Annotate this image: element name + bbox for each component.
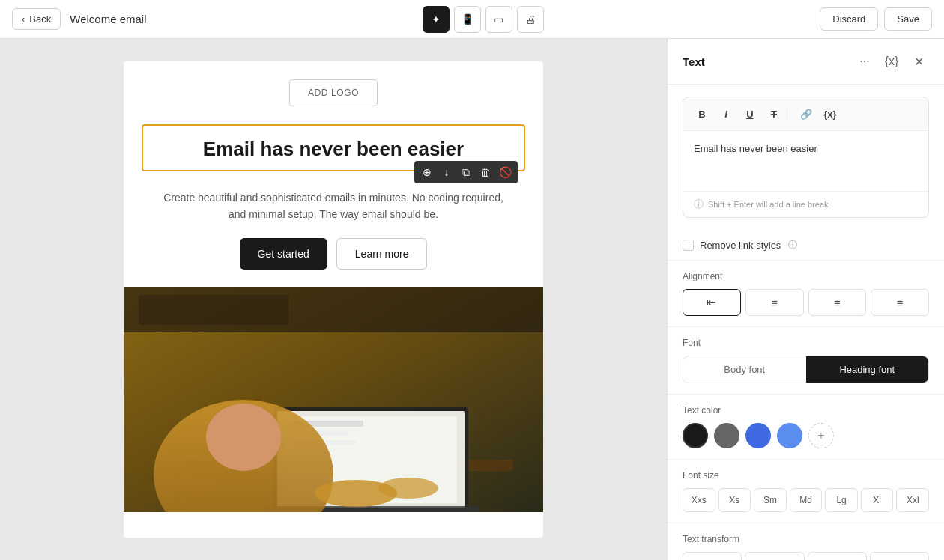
save-button[interactable]: Save	[884, 7, 932, 31]
alignment-section: Alignment ⇤ ≡ ≡ ≡	[668, 261, 944, 327]
add-block-icon[interactable]: ⊕	[419, 164, 435, 180]
font-size-xxs[interactable]: Xxs	[683, 488, 715, 512]
tablet-view-button[interactable]: ▭	[485, 6, 512, 33]
editor-text: Email has never been easier	[694, 143, 817, 154]
text-transform-label: Text transform	[683, 534, 929, 544]
laptop-illustration	[124, 287, 543, 512]
font-size-label: Font size	[683, 470, 929, 481]
more-options-button[interactable]: ···	[854, 51, 875, 72]
color-swatches: +	[683, 423, 929, 448]
block-toolbar: ⊕ ↓ ⧉ 🗑 🚫	[414, 161, 518, 183]
right-panel: Text ··· {x} ✕ B I U T 🔗 {x} Email has n…	[667, 39, 944, 560]
remove-link-info-icon[interactable]: ⓘ	[787, 239, 799, 251]
font-size-xxl[interactable]: Xxl	[896, 488, 929, 512]
logo-section: ADD LOGO	[124, 61, 543, 124]
font-size-md[interactable]: Md	[790, 488, 823, 512]
transform-capitalize-button[interactable]: Aa	[870, 552, 929, 560]
mobile-view-button[interactable]: 📱	[454, 6, 481, 33]
email-image	[124, 287, 543, 512]
font-size-section: Font size Xxs Xs Sm Md Lg Xl Xxl	[668, 460, 944, 523]
body-font-button[interactable]: Body font	[683, 356, 806, 383]
font-toggle: Body font Heading font	[683, 356, 929, 383]
font-size-sm[interactable]: Sm	[754, 488, 787, 512]
alignment-buttons: ⇤ ≡ ≡ ≡	[683, 289, 929, 316]
svg-rect-2	[139, 295, 288, 325]
remove-link-label: Remove link styles	[700, 240, 781, 251]
move-down-icon[interactable]: ↓	[438, 164, 455, 180]
transform-none-button[interactable]: ⊘	[683, 552, 742, 560]
underline-button[interactable]: U	[739, 103, 761, 124]
font-size-xl[interactable]: Xl	[861, 488, 894, 512]
editor-hint: ⓘ Shift + Enter will add a line break	[683, 191, 928, 217]
align-left-button[interactable]: ⇤	[683, 289, 741, 316]
panel-header-icons: ··· {x} ✕	[854, 51, 929, 72]
text-color-label: Text color	[683, 405, 929, 416]
toolbar-divider	[790, 107, 790, 121]
back-button[interactable]: ‹ Back	[12, 8, 61, 30]
variable-inline-button[interactable]: {x}	[819, 103, 841, 124]
text-transform-section: Text transform ⊘ AA aa Aa	[668, 523, 944, 560]
desktop-view-button[interactable]: ✦	[423, 6, 450, 33]
page-title: Welcome email	[70, 13, 146, 25]
color-swatch-blue[interactable]	[745, 423, 771, 448]
font-size-buttons: Xxs Xs Sm Md Lg Xl Xxl	[683, 488, 929, 512]
email-container: ADD LOGO Email has never been easier ⊕ ↓…	[124, 61, 543, 538]
editor-content[interactable]: Email has never been easier	[683, 131, 928, 191]
print-view-button[interactable]: 🖨	[517, 6, 544, 33]
editor-toolbar: B I U T 🔗 {x}	[683, 97, 928, 131]
svg-point-12	[206, 404, 281, 471]
hide-icon[interactable]: 🚫	[497, 164, 513, 180]
add-logo-button[interactable]: ADD LOGO	[289, 79, 378, 106]
delete-icon[interactable]: 🗑	[477, 164, 494, 180]
panel-header: Text ··· {x} ✕	[668, 39, 944, 85]
font-size-xs[interactable]: Xs	[718, 488, 751, 512]
main-layout: ADD LOGO Email has never been easier ⊕ ↓…	[0, 39, 944, 560]
transform-lowercase-button[interactable]: aa	[808, 552, 867, 560]
color-swatch-gray[interactable]	[714, 423, 739, 448]
align-right-button[interactable]: ≡	[871, 289, 929, 316]
align-center-button[interactable]: ≡	[745, 289, 804, 316]
remove-link-row: Remove link styles ⓘ	[668, 230, 944, 261]
topbar: ‹ Back Welcome email ✦ 📱 ▭ 🖨 Discard Sav…	[0, 0, 944, 39]
italic-button[interactable]: I	[715, 103, 737, 124]
text-transform-buttons: ⊘ AA aa Aa	[683, 552, 929, 560]
get-started-button[interactable]: Get started	[240, 238, 327, 270]
close-panel-button[interactable]: ✕	[908, 51, 929, 72]
strikethrough-button[interactable]: T	[763, 103, 785, 124]
link-button[interactable]: 🔗	[795, 103, 817, 124]
back-chevron-icon: ‹	[22, 13, 25, 25]
topbar-left: ‹ Back Welcome email	[12, 8, 147, 30]
duplicate-icon[interactable]: ⧉	[458, 164, 474, 180]
back-label: Back	[29, 13, 51, 25]
add-color-button[interactable]: +	[808, 423, 834, 448]
remove-link-checkbox[interactable]	[683, 240, 694, 251]
discard-button[interactable]: Discard	[820, 7, 878, 31]
font-section: Font Body font Heading font	[668, 327, 944, 395]
transform-uppercase-button[interactable]: AA	[745, 552, 804, 560]
heading-block[interactable]: Email has never been easier ⊕ ↓ ⧉ 🗑 🚫	[142, 124, 525, 171]
svg-point-14	[378, 478, 438, 499]
info-icon: ⓘ	[694, 198, 704, 211]
variables-button[interactable]: {x}	[881, 51, 902, 72]
canvas-area: ADD LOGO Email has never been easier ⊕ ↓…	[0, 39, 667, 560]
alignment-label: Alignment	[683, 271, 929, 281]
color-swatch-lightblue[interactable]	[777, 423, 802, 448]
learn-more-button[interactable]: Learn more	[336, 238, 428, 270]
topbar-right: Discard Save	[820, 7, 932, 31]
color-swatch-black[interactable]	[683, 423, 708, 448]
subtext-block: Create beautiful and sophisticated email…	[124, 183, 543, 238]
editor-hint-text: Shift + Enter will add a line break	[708, 200, 829, 209]
text-color-section: Text color +	[668, 395, 944, 460]
font-label: Font	[683, 338, 929, 348]
heading-font-button[interactable]: Heading font	[806, 356, 929, 383]
bold-button[interactable]: B	[691, 103, 713, 124]
panel-title: Text	[683, 55, 705, 68]
font-size-lg[interactable]: Lg	[825, 488, 858, 512]
align-justify-button[interactable]: ≡	[808, 289, 867, 316]
cta-buttons: Get started Learn more	[124, 238, 543, 287]
text-editor: B I U T 🔗 {x} Email has never been easie…	[683, 97, 929, 218]
device-toolbar: ✦ 📱 ▭ 🖨	[423, 6, 544, 33]
